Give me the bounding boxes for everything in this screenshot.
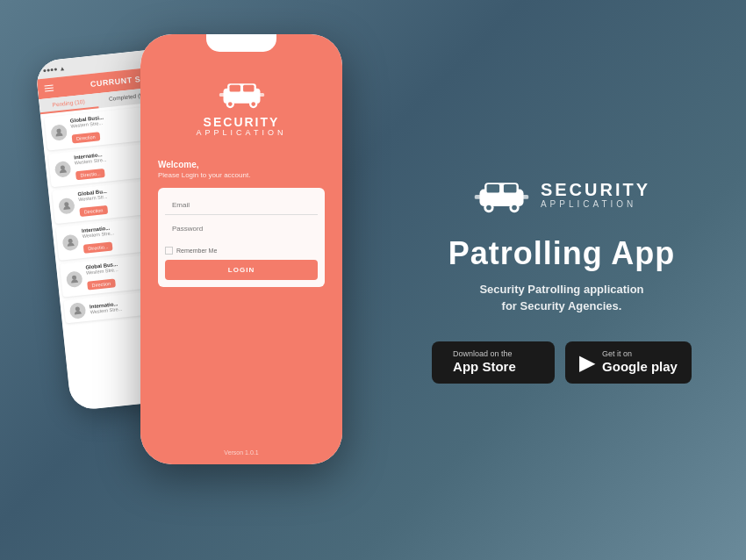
svg-rect-14 — [219, 93, 224, 97]
svg-point-1 — [61, 165, 65, 169]
brand-car-icon — [473, 176, 530, 213]
direction-button[interactable]: Direction — [87, 278, 116, 290]
svg-point-13 — [251, 102, 255, 106]
svg-point-3 — [68, 239, 72, 243]
login-button[interactable]: LOGIN — [165, 260, 318, 280]
main-container: ●●●● ▲ 100% CURRUNT SHIFT ⏻ Pending (10) — [0, 0, 746, 560]
svg-rect-8 — [229, 85, 240, 92]
welcome-sub: Please Login to your account. — [158, 171, 325, 179]
login-section: Welcome, Please Login to your account. R… — [140, 151, 342, 439]
googleplay-small-text: Get it on — [602, 350, 678, 358]
svg-point-5 — [75, 306, 80, 311]
phone-notch-area — [140, 34, 342, 61]
svg-point-23 — [512, 205, 517, 210]
appstore-large-text: App Store — [453, 358, 516, 376]
svg-rect-18 — [486, 184, 499, 193]
phone-app-name: SECURITY APPLICATION — [197, 116, 287, 138]
remember-me-row: Remember Me — [165, 247, 318, 255]
remember-me-label: Remember Me — [176, 248, 217, 254]
phone-front-logo: SECURITY APPLICATION — [140, 61, 342, 151]
googleplay-button[interactable]: ▶ Get it on Google play — [565, 341, 692, 384]
svg-rect-15 — [258, 93, 263, 97]
direction-button[interactable]: Direction — [79, 205, 108, 217]
phone-version: Verson 1.0.1 — [140, 439, 342, 464]
car-icon-large — [218, 78, 266, 109]
svg-rect-25 — [522, 195, 528, 199]
direction-button[interactable]: Directio... — [83, 241, 113, 253]
hamburger-icon — [44, 84, 54, 92]
item-avatar — [58, 197, 75, 215]
svg-rect-24 — [475, 195, 481, 199]
welcome-text: Welcome, — [158, 160, 325, 169]
item-avatar — [69, 302, 87, 319]
right-section: SECURITY APPLICATION Patrolling App Secu… — [386, 176, 711, 384]
googleplay-large-text: Google play — [602, 358, 678, 376]
app-title: Patrolling App — [448, 235, 676, 272]
direction-button[interactable]: Directio... — [75, 169, 105, 180]
google-play-icon: ▶ — [579, 350, 595, 375]
svg-point-2 — [64, 202, 68, 206]
store-buttons: Download on the App Store ▶ Get it on Go… — [432, 341, 692, 384]
svg-point-21 — [486, 205, 491, 210]
item-avatar — [66, 270, 83, 288]
phones-section: ●●●● ▲ 100% CURRUNT SHIFT ⏻ Pending (10) — [35, 25, 386, 535]
item-avatar — [54, 161, 72, 178]
password-field[interactable] — [165, 219, 318, 238]
appstore-button[interactable]: Download on the App Store — [432, 341, 555, 384]
phone-notch — [206, 34, 276, 52]
svg-point-0 — [56, 128, 61, 133]
brand-logo: SECURITY APPLICATION — [473, 176, 650, 213]
svg-rect-19 — [504, 184, 517, 193]
svg-point-4 — [72, 275, 76, 279]
remember-checkbox[interactable] — [165, 247, 173, 255]
direction-button[interactable]: Direction — [72, 132, 101, 143]
brand-name: SECURITY — [541, 180, 650, 199]
login-form: Remember Me LOGIN — [158, 188, 325, 287]
svg-point-11 — [227, 102, 232, 106]
app-description: Security Patrolling application for Secu… — [479, 281, 643, 315]
brand-sub: APPLICATION — [541, 199, 650, 209]
item-avatar — [50, 124, 68, 141]
phone-front: SECURITY APPLICATION Welcome, Please Log… — [140, 34, 342, 464]
svg-rect-9 — [243, 85, 254, 92]
appstore-small-text: Download on the — [453, 350, 516, 358]
email-field[interactable] — [165, 196, 318, 215]
item-avatar — [61, 234, 79, 252]
brand-text: SECURITY APPLICATION — [541, 180, 650, 209]
